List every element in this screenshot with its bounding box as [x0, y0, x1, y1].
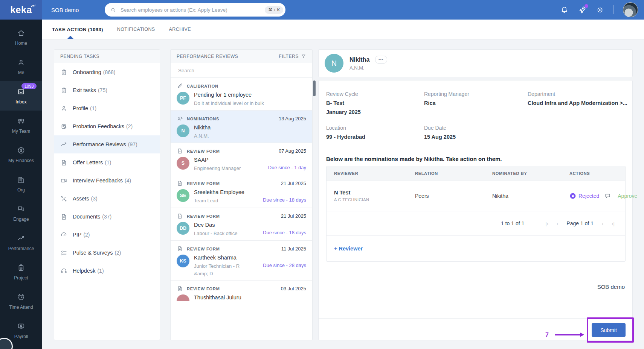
employee-role: A.N.M. — [349, 65, 387, 71]
avatar: SE — [177, 189, 189, 202]
annotation-step-number: 7 — [545, 332, 549, 338]
sidebar-label-home: Home — [15, 41, 27, 46]
comment-icon[interactable] — [604, 193, 611, 199]
spark-icon — [30, 3, 35, 8]
sidebar-item-my-team[interactable]: My Team — [0, 111, 42, 140]
pending-item-profile[interactable]: Profile (1) — [54, 99, 160, 117]
bell-icon[interactable] — [560, 6, 569, 14]
approve-button[interactable]: Approve — [618, 193, 637, 199]
sidebar-item-my-finances[interactable]: My Finances — [0, 140, 42, 169]
review-item-calibration[interactable]: CALIBRATION PF Pending for 1 employee Do… — [171, 78, 312, 111]
pending-item-label: Exit tasks — [73, 87, 96, 93]
submit-button[interactable]: Submit — [592, 323, 626, 337]
sidebar-label-performance: Performance — [8, 246, 34, 251]
document-icon — [60, 159, 67, 166]
pending-item-assets[interactable]: Assets (3) — [54, 190, 160, 208]
user-avatar[interactable] — [623, 2, 638, 17]
pending-item-exit-tasks[interactable]: Exit tasks (75) — [54, 81, 160, 99]
review-item-kartheek[interactable]: REVIEW FORM 11 Jul 2025 KS Kartheek Shar… — [171, 241, 312, 281]
video-camera-icon — [60, 177, 67, 184]
person-icon — [60, 105, 67, 112]
filters-button[interactable]: FILTERS — [279, 54, 306, 59]
first-page-icon[interactable]: |‹ — [545, 221, 548, 226]
topbar-divider — [613, 5, 614, 14]
pending-item-label: Profile — [73, 105, 88, 111]
review-item-type: CALIBRATION — [187, 84, 218, 88]
keka-logo[interactable]: keka — [0, 0, 42, 20]
search-icon — [110, 7, 116, 13]
review-item-sreelekha[interactable]: REVIEW FORM 21 Jul 2025 SE Sreelekha Emp… — [171, 175, 312, 208]
tools-icon — [60, 195, 67, 202]
pending-item-probation-feedbacks[interactable]: Probation Feedbacks (2) — [54, 117, 160, 135]
pending-item-label: Offer Letters — [73, 159, 103, 165]
review-item-type: REVIEW FORM — [187, 287, 220, 291]
trend-icon — [17, 234, 25, 243]
reviews-panel-header: PERFORMANCE REVIEWS FILTERS — [171, 50, 312, 63]
nominated-by-cell: Nikitha — [492, 193, 569, 199]
review-item-nominations-nikitha[interactable]: NOMINATIONS 13 Aug 2025 N Nikitha A.N.M. — [171, 111, 312, 143]
pending-item-pulse-surveys[interactable]: Pulse & Surveys (2) — [54, 244, 160, 262]
watermark-text: SOB demo — [597, 284, 625, 290]
pending-item-helpdesk[interactable]: Helpdesk (1) — [54, 262, 160, 280]
global-search-input[interactable] — [120, 7, 265, 13]
sidebar-label-payroll: Payroll — [14, 334, 28, 339]
pending-item-offer-letters[interactable]: Offer Letters (1) — [54, 153, 160, 171]
more-options-button[interactable]: ••• — [375, 56, 387, 64]
sidebar-item-me[interactable]: Me — [0, 52, 42, 81]
pending-item-documents[interactable]: Documents (37) — [54, 208, 160, 226]
pending-item-interview-feedbacks[interactable]: Interview Feedbacks (4) — [54, 171, 160, 190]
field-value: 99 - Hyderabad — [326, 134, 365, 140]
field-value: 15 Aug 2025 — [424, 134, 456, 140]
review-item-dev-das[interactable]: REVIEW FORM 21 Jul 2025 DD Dev Das Labou… — [171, 208, 312, 241]
sidebar-item-performance[interactable]: Performance — [0, 228, 42, 257]
document-icon — [177, 180, 183, 187]
pending-item-label: Assets — [73, 196, 89, 202]
pending-item-pip[interactable]: PIP (2) — [54, 226, 160, 244]
sidebar-label-my-finances: My Finances — [8, 158, 34, 163]
gear-icon[interactable] — [596, 6, 604, 14]
topbar: keka SOB demo ⌘ + K — [0, 0, 644, 20]
last-page-icon[interactable]: ›| — [612, 221, 615, 226]
reviews-search-input[interactable] — [177, 67, 305, 74]
review-item-title: Kartheek Sharma — [194, 255, 306, 261]
list-scrollbar-thumb[interactable] — [313, 80, 316, 96]
headset-icon — [60, 267, 67, 275]
prev-page-icon[interactable]: ‹ — [557, 221, 558, 226]
pending-tasks-header: PENDING TASKS — [54, 50, 160, 63]
column-header-actions: ACTIONS — [569, 171, 625, 176]
rocket-icon[interactable] — [578, 5, 587, 14]
clipboard-icon — [17, 264, 25, 272]
shortcut-badge: ⌘ + K — [265, 6, 283, 14]
pending-item-label: Probation Feedbacks — [73, 123, 124, 129]
add-reviewer-link[interactable]: + Reviewer — [334, 246, 363, 252]
tab-archive[interactable]: ARCHIVE — [169, 27, 191, 32]
review-item-type: NOMINATIONS — [187, 117, 219, 121]
review-item-saap[interactable]: REVIEW FORM 07 Aug 2025 S SAAP Engineeri… — [171, 143, 312, 175]
pending-item-count: (2) — [126, 123, 133, 129]
reviews-search[interactable] — [171, 63, 312, 78]
topbar-actions — [560, 0, 644, 20]
sidebar-item-engage[interactable]: Engage — [0, 199, 42, 228]
employee-avatar: N — [325, 54, 343, 73]
pending-item-performance-reviews[interactable]: Performance Reviews (97) — [54, 135, 160, 153]
sidebar-item-inbox[interactable]: 1093 Inbox — [0, 81, 42, 111]
sidebar-item-home[interactable]: Home — [0, 23, 42, 52]
sidebar-item-time-attend[interactable]: Time Attend — [0, 287, 42, 316]
next-page-icon[interactable]: › — [602, 221, 603, 226]
review-item-title: Sreelekha Employee — [194, 189, 306, 195]
document-icon — [60, 213, 67, 220]
pending-item-onboarding[interactable]: Onboarding (868) — [54, 63, 160, 81]
review-item-thushithasai[interactable]: REVIEW FORM 03 Jul 2025 Thushithasai Jul… — [171, 281, 312, 340]
document-icon — [177, 246, 183, 252]
alarm-clock-icon — [17, 293, 25, 301]
global-search[interactable]: ⌘ + K — [105, 3, 285, 17]
field-label: Department — [528, 91, 627, 97]
pending-item-label: Pulse & Surveys — [73, 250, 113, 256]
review-item-due: Due since - 18 days — [263, 197, 306, 203]
sidebar-item-project[interactable]: Project — [0, 257, 42, 287]
tab-take-action[interactable]: TAKE ACTION (1093) — [52, 27, 103, 32]
relation-cell: Peers — [415, 193, 492, 199]
field-value: B- Test — [326, 100, 361, 106]
tab-notifications[interactable]: NOTIFICATIONS — [117, 27, 155, 32]
sidebar-item-org[interactable]: Org — [0, 169, 42, 199]
